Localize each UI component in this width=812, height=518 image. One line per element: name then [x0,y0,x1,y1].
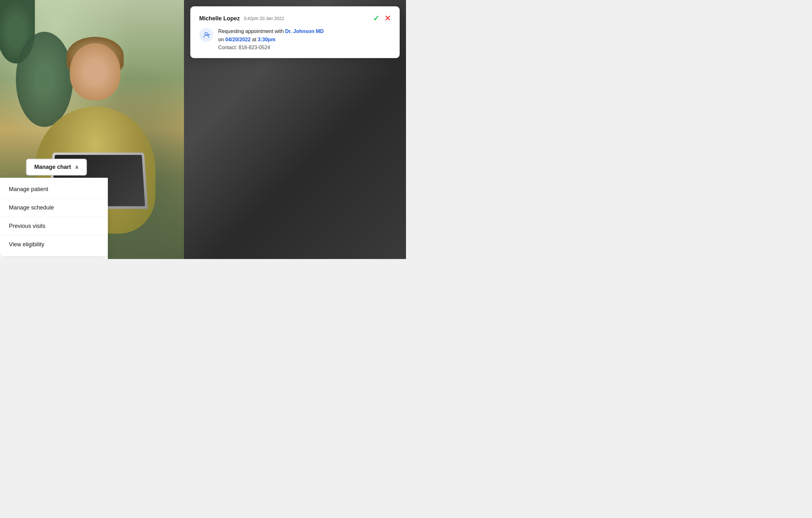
svg-point-0 [205,32,207,35]
dropdown-item-previous-visits[interactable]: Previous visits [0,217,108,236]
notification-meta: Michelle Lopez 3:42pm 20 Jan 2022 [199,15,284,22]
appointment-time: 3:30pm [258,37,276,42]
notification-text-line1: Requesting appointment with Dr. Johnson … [218,27,324,35]
patient-icon [199,28,213,42]
notification-text-line2: on 04/20/2022 at 3:30pm [218,35,324,44]
accept-button[interactable]: ✓ [373,14,379,23]
chevron-up-icon: ∧ [75,164,79,170]
person-icon [202,31,210,39]
notification-header: Michelle Lopez 3:42pm 20 Jan 2022 ✓ ✕ [199,14,391,23]
contact-info: Contact: 818-823-0524 [218,45,324,51]
dropdown-menu: Manage patient Manage schedule Previous … [0,178,108,256]
notification-card: Michelle Lopez 3:42pm 20 Jan 2022 ✓ ✕ Re… [190,6,400,58]
dropdown-item-view-eligibility[interactable]: View eligibility [0,236,108,254]
decline-button[interactable]: ✕ [384,14,391,23]
doctor-name: Dr. Johnson MD [285,29,324,34]
dropdown-item-manage-patient[interactable]: Manage patient [0,180,108,199]
notification-time: 3:42pm 20 Jan 2022 [243,16,284,21]
notification-body: Requesting appointment with Dr. Johnson … [199,27,391,51]
message-prefix: Requesting appointment with [218,29,285,34]
patient-name: Michelle Lopez [199,15,240,22]
appointment-date: 04/20/2022 [225,37,251,42]
notification-message: Requesting appointment with Dr. Johnson … [218,27,324,51]
time-label: at [251,37,258,42]
manage-chart-button[interactable]: Manage chart ∧ [26,159,87,175]
manage-chart-label: Manage chart [34,164,71,170]
head [70,43,120,100]
notification-actions: ✓ ✕ [373,14,391,23]
dropdown-item-manage-schedule[interactable]: Manage schedule [0,199,108,217]
date-label: on [218,37,225,42]
